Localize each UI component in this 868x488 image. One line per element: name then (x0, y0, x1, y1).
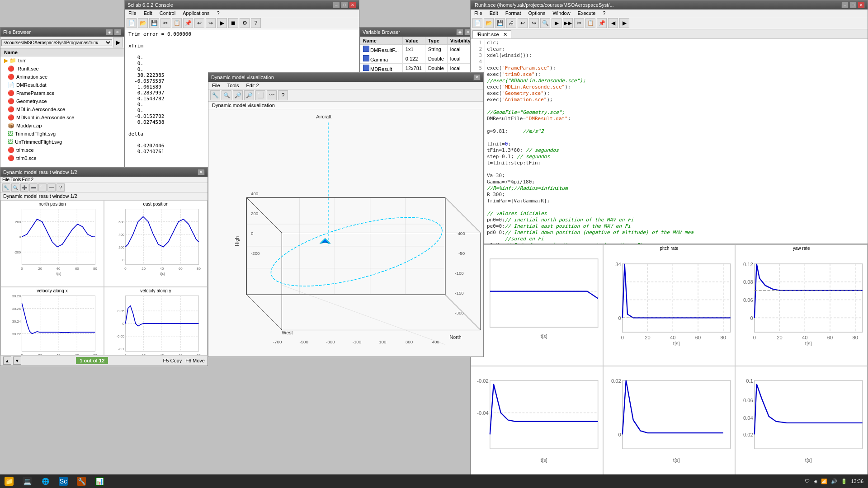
console-maximize-btn[interactable]: □ (341, 2, 348, 8)
irunit-minimize-btn[interactable]: – (841, 2, 849, 8)
taskbar-app-chrome[interactable]: 🌐 (36, 475, 54, 488)
taskbar-app-6[interactable]: 📊 (90, 475, 108, 488)
irunit-tb-exec[interactable]: ▶ (552, 18, 561, 28)
filebrowser-item-mdlin[interactable]: 🔴 MDLin.Aerosonde.sce (0, 105, 124, 113)
dmr-toolbar-btn4[interactable]: ➖ (29, 183, 38, 192)
dmr-toolbar-btn6[interactable]: 〰 (47, 183, 56, 192)
dmv-toolbar-btn1[interactable]: 🔧 (210, 90, 220, 100)
irunit-menu-execute[interactable]: Execute (576, 10, 598, 16)
dmv-menu-edit[interactable]: Edit 2 (244, 82, 260, 89)
console-toolbar-help[interactable]: ? (251, 18, 261, 28)
irunit-controls[interactable]: – □ ✕ (841, 2, 865, 8)
console-close-btn[interactable]: ✕ (349, 2, 356, 8)
dmv-menu-tools[interactable]: Tools (226, 82, 241, 89)
irunit-tb-find[interactable]: 🔍 (540, 18, 550, 28)
dmv-toolbar-btn5[interactable]: ⬜ (255, 90, 265, 100)
dmr-scroll-up[interactable]: ▲ (3, 357, 11, 365)
filebrowser-close-btn[interactable]: ✕ (114, 29, 121, 35)
filebrowser-controls[interactable]: ◈ ✕ (106, 29, 121, 35)
console-menu-edit[interactable]: Edit (142, 10, 154, 16)
irunit-tb-exec2[interactable]: ▶▶ (563, 18, 573, 28)
dmr-close-btn[interactable]: ✕ (198, 169, 205, 175)
dmv-toolbar-btn2[interactable]: 🔍 (222, 90, 231, 100)
console-minimize-btn[interactable]: – (333, 2, 340, 8)
vb-row-mdresult[interactable]: MDResult 12x781 Double local (360, 64, 474, 73)
dmv-menu-file[interactable]: File (210, 82, 222, 89)
dmr-toolbar-help[interactable]: ? (57, 183, 65, 192)
console-toolbar-copy[interactable]: 📋 (172, 18, 182, 28)
filebrowser-item-irunit[interactable]: 🔴 !RunIt.sce (0, 65, 124, 73)
console-toolbar-open[interactable]: 📂 (138, 18, 148, 28)
irunit-menu-help[interactable]: ? (601, 10, 607, 16)
console-toolbar-new[interactable]: 📄 (127, 18, 137, 28)
vb-row-gamma[interactable]: Gamma 0.122 Double local (360, 54, 474, 64)
filebrowser-item-mdnonlin[interactable]: 🔴 MDNonLin.Aerosonde.sce (0, 113, 124, 122)
filebrowser-float-btn[interactable]: ◈ (106, 29, 113, 35)
console-toolbar-cut[interactable]: ✂ (160, 18, 170, 28)
console-toolbar-save[interactable]: 💾 (149, 18, 159, 28)
irunit-tb-redo[interactable]: ↪ (529, 18, 539, 28)
dmv-toolbar-help[interactable]: ? (278, 90, 288, 100)
irunit-code-editor[interactable]: 1clc; 2clear; 3xdel(winsid()); 4 5exec("… (471, 39, 868, 244)
dmv-close-btn[interactable]: ✕ (473, 74, 481, 80)
dmv-toolbar-btn4[interactable]: 🔎 (244, 90, 254, 100)
vb-row-dmresultf[interactable]: DMResultF... 1x1 String local (360, 45, 474, 54)
filebrowser-navigate-btn[interactable]: ▶ (113, 38, 123, 47)
filebrowser-item-moddyn[interactable]: 📦 Moddyn.zip (0, 122, 124, 130)
dmr-controls[interactable]: ✕ (198, 169, 205, 175)
filebrowser-item-trim[interactable]: ▶ 📁 trim (0, 56, 124, 65)
irunit-tb-new[interactable]: 📄 (472, 18, 482, 28)
dmv-toolbar-btn3[interactable]: 🔎 (233, 90, 243, 100)
taskbar-app-files[interactable]: 📁 (0, 475, 18, 488)
filebrowser-path-bar[interactable]: s/courses/MSOAerospaceSyst/Programas/tri… (0, 37, 124, 49)
irunit-tab-close[interactable]: ✕ (503, 32, 507, 37)
console-toolbar-stop[interactable]: ⏹ (228, 18, 238, 28)
irunit-menu-options[interactable]: Options (527, 10, 547, 16)
dmr-toolbar-btn2[interactable]: 🔍 (11, 183, 19, 192)
dmr-scroll-down[interactable]: ▼ (13, 357, 21, 365)
dmr-toolbar-btn5[interactable]: ⬜ (38, 183, 47, 192)
console-toolbar-redo[interactable]: ↪ (206, 18, 216, 28)
filebrowser-item-untrimmedflight[interactable]: 🖼 UnTrimmedFlight.svg (0, 138, 124, 146)
irunit-maximize-btn[interactable]: □ (849, 2, 857, 8)
taskbar-app-5[interactable]: 🔧 (72, 475, 90, 488)
dmr-f5-copy[interactable]: F5 Copy (163, 358, 182, 363)
console-window-controls[interactable]: – □ ✕ (333, 2, 356, 8)
console-menu-applications[interactable]: Applications (181, 10, 211, 16)
irunit-tb-cut[interactable]: ✂ (574, 18, 584, 28)
filebrowser-item-dmresult[interactable]: 📄 DMResult.dat (0, 81, 124, 89)
irunit-tb-copy[interactable]: 📋 (585, 18, 595, 28)
console-menu-file[interactable]: File (127, 10, 138, 16)
irunit-menu-format[interactable]: Format (504, 10, 523, 16)
filebrowser-path-select[interactable]: s/courses/MSOAerospaceSyst/Programas/tri… (1, 39, 112, 46)
taskbar-app-terminal[interactable]: 💻 (18, 475, 36, 488)
dmr-menu-tools[interactable]: Tools (10, 177, 21, 182)
irunit-tb-back[interactable]: ◀ (608, 18, 618, 28)
filebrowser-item-geometry[interactable]: 🔴 Geometry.sce (0, 97, 124, 105)
irunit-tab-irunit[interactable]: !RunIt.sce ✕ (472, 30, 511, 38)
irunit-close-btn[interactable]: ✕ (858, 2, 865, 8)
varbrowser-controls[interactable]: ◈ ✕ (456, 29, 472, 35)
taskbar-app-scilab[interactable]: Sc (54, 475, 72, 488)
dmv-controls[interactable]: ✕ (473, 74, 481, 80)
dmr-toolbar-btn3[interactable]: ➕ (20, 183, 28, 192)
irunit-tb-save[interactable]: 💾 (495, 18, 505, 28)
varbrowser-float-btn[interactable]: ◈ (456, 29, 463, 35)
console-menu-help[interactable]: ? (215, 10, 222, 16)
irunit-tb-print[interactable]: 🖨 (506, 18, 516, 28)
irunit-tb-open[interactable]: 📂 (484, 18, 494, 28)
dmr-nav-area[interactable]: ▲ ▼ (3, 357, 21, 365)
console-toolbar-run[interactable]: ▶ (217, 18, 227, 28)
dmr-f6-move[interactable]: F6 Move (185, 358, 205, 363)
irunit-menu-file[interactable]: File (472, 10, 484, 16)
dmr-menu-edit[interactable]: Edit 2 (22, 177, 33, 182)
irunit-tb-undo[interactable]: ↩ (518, 18, 528, 28)
filebrowser-item-trimmedflight[interactable]: 🖼 TrimmedFlight.svg (0, 130, 124, 138)
filebrowser-item-trim[interactable]: 🔴 trim.sce (0, 146, 124, 154)
dmv-toolbar-btn6[interactable]: 〰 (267, 90, 277, 100)
dmr-toolbar-btn1[interactable]: 🔧 (2, 183, 10, 192)
irunit-tb-fwd[interactable]: ▶ (619, 18, 629, 28)
console-menu-control[interactable]: Control (158, 10, 177, 16)
console-toolbar-undo[interactable]: ↩ (194, 18, 204, 28)
filebrowser-item-trim0[interactable]: 🔴 trim0.sce (0, 154, 124, 162)
